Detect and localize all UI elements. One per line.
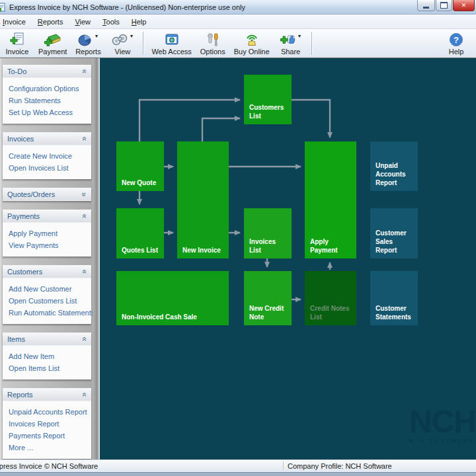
flowchart-node-customer-sales-report[interactable]: Customer Sales Report [370, 208, 418, 258]
section-header-reports[interactable]: Reports » [3, 388, 91, 401]
share-icon [280, 32, 297, 48]
sidebar-section-customers: Customers » Add New Customer Open Custom… [3, 265, 91, 324]
status-divider [283, 461, 284, 471]
toolbar-separator [143, 32, 144, 55]
nch-watermark-subtext: NCH SOFTWARE [409, 438, 476, 443]
sidebar-item-invoices-report[interactable]: Invoices Report [3, 418, 91, 430]
flowchart-node-unpaid-accounts-report[interactable]: Unpaid Accounts Report [370, 141, 418, 191]
content-area: To-Do » Configuration Options Run Statem… [0, 58, 476, 459]
sidebar-splitter[interactable] [93, 58, 100, 459]
title-bar: Express Invoice by NCH Software - (Unlic… [0, 0, 476, 15]
flowchart-node-new-invoice[interactable]: New Invoice [177, 141, 229, 258]
sidebar: To-Do » Configuration Options Run Statem… [0, 58, 93, 459]
flowchart-area: Customers List New Quote New Invoice App… [100, 58, 476, 459]
menu-tools[interactable]: Tools [97, 16, 126, 28]
section-header-payments[interactable]: Payments » [3, 210, 91, 223]
sidebar-item-open-invoices-list[interactable]: Open Invoices List [3, 162, 91, 174]
window-bottom-border [0, 472, 476, 476]
options-tools-icon [205, 32, 221, 48]
sidebar-section-payments: Payments » Apply Payment View Payments [3, 210, 91, 257]
sidebar-item-add-new-customer[interactable]: Add New Customer [3, 283, 91, 295]
sidebar-item-payments-report[interactable]: Payments Report [3, 430, 91, 442]
maximize-button[interactable] [436, 0, 452, 11]
menu-help[interactable]: Help [126, 16, 153, 28]
sidebar-item-set-up-web-access[interactable]: Set Up Web Access [3, 106, 91, 118]
share-dropdown-caret[interactable]: ▼ [298, 34, 302, 38]
flowchart-node-new-quote[interactable]: New Quote [116, 141, 164, 191]
sidebar-item-open-customers-list[interactable]: Open Customers List [3, 295, 91, 307]
collapse-chevron-icon[interactable]: » [81, 214, 88, 218]
sidebar-section-quotes-orders: Quotes/Orders » [3, 188, 91, 201]
section-header-quotes-orders[interactable]: Quotes/Orders » [3, 188, 91, 201]
section-header-customers[interactable]: Customers » [3, 265, 91, 278]
reports-dropdown-caret[interactable]: ▼ [94, 34, 99, 38]
section-header-items[interactable]: Items » [3, 333, 91, 346]
sidebar-section-todo: To-Do » Configuration Options Run Statem… [3, 65, 91, 124]
toolbar-spacer [316, 30, 439, 58]
sidebar-section-reports: Reports » Unpaid Accounts Report Invoice… [3, 388, 91, 459]
buy-online-icon [243, 32, 260, 48]
sidebar-item-apply-payment[interactable]: Apply Payment [3, 227, 91, 239]
payment-button[interactable]: Payment [34, 30, 71, 58]
app-icon [0, 3, 6, 12]
window-title: Express Invoice by NCH Software - (Unlic… [9, 3, 245, 11]
view-dropdown-caret[interactable]: ▼ [129, 34, 134, 38]
section-header-todo[interactable]: To-Do » [3, 65, 91, 78]
help-icon: ? [448, 32, 464, 48]
collapse-chevron-icon[interactable]: » [81, 392, 88, 397]
minimize-icon [423, 7, 429, 9]
options-button[interactable]: Options [196, 30, 230, 58]
collapse-chevron-icon[interactable]: » [81, 269, 88, 274]
sidebar-item-run-automatic-statements[interactable]: Run Automatic Statements [3, 307, 91, 319]
sidebar-item-add-new-item[interactable]: Add New Item [3, 350, 91, 362]
status-bar: Express Invoice © NCH Software Company P… [0, 459, 476, 472]
collapse-chevron-icon[interactable]: » [81, 69, 88, 73]
nch-watermark: NCH NCH SOFTWARE [409, 407, 476, 443]
view-button[interactable]: ▼ View [105, 30, 139, 58]
status-app-name: Express Invoice © NCH Software [0, 462, 98, 470]
sidebar-item-configuration-options[interactable]: Configuration Options [3, 83, 91, 95]
menu-bar: Invoice Reports View Tools Help [0, 15, 476, 29]
section-header-invoices[interactable]: Invoices » [3, 132, 91, 145]
menu-reports[interactable]: Reports [32, 16, 69, 28]
flowchart-node-customer-statements[interactable]: Customer Statements [370, 271, 418, 325]
nch-watermark-text: NCH [409, 407, 476, 436]
menu-invoice[interactable]: Invoice [0, 16, 32, 28]
reports-button[interactable]: ▼ Reports [71, 30, 105, 58]
toolbar-separator [311, 32, 313, 55]
flowchart-node-customers-list[interactable]: Customers List [244, 75, 292, 124]
maximize-icon [440, 2, 448, 9]
flowchart-node-new-credit-note[interactable]: New Credit Note [244, 271, 292, 325]
flowchart-node-invoices-list[interactable]: Invoices List [244, 208, 292, 258]
expand-chevron-icon[interactable]: » [81, 192, 88, 196]
minimize-button[interactable] [417, 0, 435, 11]
sidebar-item-run-statements[interactable]: Run Statements [3, 95, 91, 106]
buy-online-button[interactable]: Buy Online [230, 30, 274, 58]
close-button[interactable]: ✕ [453, 0, 475, 11]
sidebar-item-more[interactable]: More ... [3, 442, 91, 454]
payment-icon [44, 32, 61, 48]
invoice-button[interactable]: Invoice [0, 30, 34, 58]
sidebar-item-view-payments[interactable]: View Payments [3, 239, 91, 251]
help-button[interactable]: ? Help [439, 30, 473, 58]
collapse-chevron-icon[interactable]: » [81, 136, 88, 141]
sidebar-section-items: Items » Add New Item Open Items List [3, 333, 91, 379]
sidebar-item-open-items-list[interactable]: Open Items List [3, 362, 91, 374]
toolbar: Invoice Payment ▼ Reports [0, 29, 476, 58]
svg-text:?: ? [454, 35, 459, 45]
sidebar-section-invoices: Invoices » Create New Invoice Open Invoi… [3, 132, 91, 179]
web-access-button[interactable]: Web Access [147, 30, 195, 58]
flowchart-node-non-invoiced-cash-sale[interactable]: Non-Invoiced Cash Sale [116, 271, 229, 325]
reports-pie-icon [77, 32, 93, 48]
collapse-chevron-icon[interactable]: » [81, 337, 88, 341]
share-button[interactable]: ▼ Share [274, 30, 308, 58]
flowchart-node-credit-notes-list[interactable]: Credit Notes List [305, 271, 356, 325]
flowchart-node-apply-payment[interactable]: Apply Payment [305, 141, 356, 258]
flowchart-node-quotes-list[interactable]: Quotes List [116, 208, 164, 258]
close-icon: ✕ [461, 2, 467, 9]
view-binoculars-icon [111, 32, 128, 48]
menu-view[interactable]: View [69, 16, 97, 28]
status-company-profile: Company Profile: NCH Software [288, 462, 392, 470]
sidebar-item-unpaid-accounts-report[interactable]: Unpaid Accounts Report [3, 406, 91, 418]
sidebar-item-create-new-invoice[interactable]: Create New Invoice [3, 150, 91, 162]
